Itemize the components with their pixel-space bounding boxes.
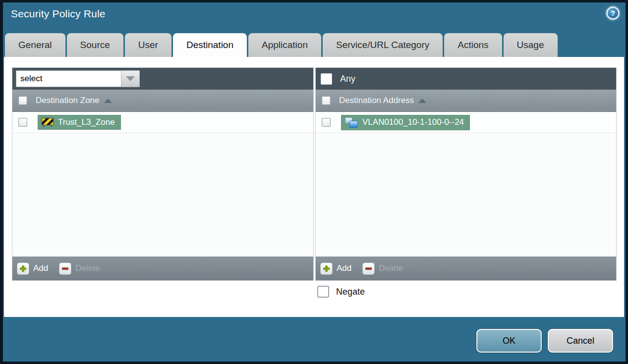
zone-column-header[interactable]: Destination Zone (36, 96, 100, 105)
destination-address-panel: Any Destination Address VLAN0100_10-1-10… (316, 68, 616, 280)
address-list: VLAN0100_10-1-100-0--24 (316, 112, 616, 257)
zone-panel-footer: Add Delete (12, 257, 313, 280)
row-checkbox[interactable] (322, 118, 331, 127)
address-panel-toolbar: Any (316, 68, 616, 90)
address-entry[interactable]: VLAN0100_10-1-100-0--24 (341, 115, 470, 130)
zone-select-dropdown-button[interactable] (121, 70, 140, 87)
add-button[interactable]: Add (320, 262, 351, 275)
any-label: Any (340, 74, 355, 84)
add-button[interactable]: Add (17, 262, 48, 275)
tab-usage[interactable]: Usage (504, 33, 558, 57)
zone-icon (42, 118, 54, 125)
tab-service-url-category[interactable]: Service/URL Category (323, 33, 443, 57)
zone-entry-label: Trust_L3_Zone (58, 117, 115, 127)
security-policy-rule-dialog: Security Policy Rule ? General Source Us… (0, 0, 628, 364)
tab-user[interactable]: User (125, 33, 171, 57)
plus-icon (17, 262, 29, 275)
zone-panel-toolbar (12, 68, 313, 90)
zone-select-all-checkbox[interactable] (18, 96, 27, 105)
plus-icon (320, 262, 333, 275)
address-entry-label: VLAN0100_10-1-100-0--24 (362, 117, 464, 127)
address-column-header[interactable]: Destination Address (339, 96, 414, 105)
chevron-down-icon (126, 76, 135, 81)
tab-actions[interactable]: Actions (444, 33, 502, 57)
help-icon[interactable]: ? (606, 6, 620, 20)
tab-source[interactable]: Source (67, 33, 123, 57)
negate-option: Negate (317, 286, 365, 298)
minus-icon (59, 262, 71, 275)
zone-column-header-row: Destination Zone (12, 90, 313, 112)
sort-ascending-icon[interactable] (104, 99, 112, 103)
address-select-all-checkbox[interactable] (322, 96, 331, 105)
negate-label: Negate (336, 287, 365, 297)
ok-button[interactable]: OK (476, 329, 542, 353)
tab-destination[interactable]: Destination (173, 33, 247, 57)
dialog-title: Security Policy Rule (11, 8, 106, 20)
negate-checkbox[interactable] (317, 286, 329, 298)
minus-icon (362, 262, 375, 275)
tab-bar: General Source User Destination Applicat… (5, 33, 558, 57)
zone-select-combo[interactable] (16, 70, 140, 87)
any-checkbox[interactable] (321, 73, 332, 85)
delete-button[interactable]: Delete (59, 262, 100, 275)
tab-application[interactable]: Application (248, 33, 321, 57)
zone-entry[interactable]: Trust_L3_Zone (38, 115, 121, 130)
tab-general[interactable]: General (5, 33, 65, 57)
table-row[interactable]: Trust_L3_Zone (12, 112, 313, 133)
zone-list: Trust_L3_Zone (12, 112, 313, 257)
zone-select-input[interactable] (16, 70, 121, 87)
destination-tab-content: Destination Zone Trust_L3_Zone Add (4, 57, 624, 317)
row-checkbox[interactable] (18, 118, 27, 127)
cancel-button[interactable]: Cancel (548, 329, 613, 353)
address-column-header-row: Destination Address (316, 90, 616, 112)
table-row[interactable]: VLAN0100_10-1-100-0--24 (316, 112, 616, 133)
address-panel-footer: Add Delete (316, 257, 616, 280)
network-icon (345, 117, 358, 128)
destination-zone-panel: Destination Zone Trust_L3_Zone Add (12, 68, 313, 280)
delete-button[interactable]: Delete (362, 262, 403, 275)
sort-ascending-icon[interactable] (418, 99, 426, 103)
